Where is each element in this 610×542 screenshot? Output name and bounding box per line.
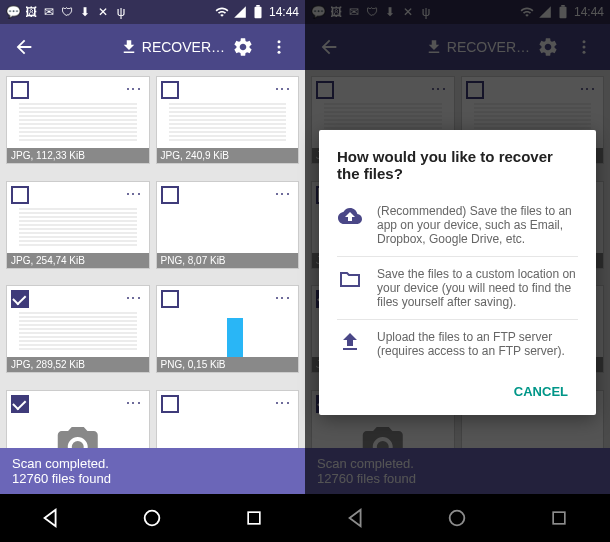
tile-checkbox[interactable] (161, 186, 179, 204)
image-tile[interactable]: ⋮JPG, 112,33 KiB (6, 76, 150, 164)
svg-rect-7 (248, 512, 260, 524)
tile-overflow[interactable]: ⋮ (273, 186, 292, 200)
gear-icon (232, 36, 254, 58)
settings-button[interactable] (225, 36, 261, 58)
tile-label: PNG, 0,15 KiB (157, 357, 299, 372)
tile-checkbox[interactable] (11, 395, 29, 413)
nav-home[interactable] (138, 504, 166, 532)
dialog-option-folder[interactable]: Save the files to a custom location on y… (337, 256, 578, 319)
screen-gallery: 💬 🖼 ✉ 🛡 ⬇ ✕ ψ 14:44 RECO (0, 0, 305, 542)
battery-icon (251, 5, 265, 19)
dialog-option-text: (Recommended) Save the files to an app o… (377, 204, 578, 246)
tile-overflow[interactable]: ⋮ (273, 81, 292, 95)
screen-dialog: 💬 🖼 ✉ 🛡 ⬇ ✕ ψ 14:44 RECO (305, 0, 610, 542)
status-time: 14:44 (269, 5, 299, 19)
scan-status-line2: 12760 files found (12, 471, 293, 486)
mail-icon: ✉ (42, 5, 56, 19)
cancel-button[interactable]: CANCEL (504, 376, 578, 407)
tile-overflow[interactable]: ⋮ (124, 81, 143, 95)
shield-icon: 🛡 (60, 5, 74, 19)
back-button[interactable] (8, 36, 40, 58)
tile-overflow[interactable]: ⋮ (124, 186, 143, 200)
dialog-option-ftp[interactable]: Upload the files to an FTP server (requi… (337, 319, 578, 368)
wifi-icon (215, 5, 229, 19)
svg-point-6 (145, 511, 160, 526)
svg-rect-1 (256, 5, 260, 7)
svg-point-2 (278, 40, 281, 43)
tile-checkbox[interactable] (11, 81, 29, 99)
svg-point-3 (278, 46, 281, 49)
tile-overflow[interactable]: ⋮ (124, 395, 143, 409)
nav-back[interactable] (37, 504, 65, 532)
nav-recent[interactable] (240, 504, 268, 532)
tile-label: JPG, 112,33 KiB (7, 148, 149, 163)
tile-label: JPG, 289,52 KiB (7, 357, 149, 372)
upload-icon (337, 330, 363, 354)
svg-point-4 (278, 51, 281, 54)
tile-checkbox[interactable] (161, 290, 179, 308)
tile-checkbox[interactable] (11, 186, 29, 204)
download-icon (120, 38, 138, 56)
image-tile[interactable]: ⋮JPG, 289,52 KiB (6, 285, 150, 373)
recover-dialog: How would you like to recover the files?… (319, 130, 596, 415)
missed-call-icon: ✕ (96, 5, 110, 19)
scan-status-footer: Scan completed. 12760 files found (0, 448, 305, 494)
tile-overflow[interactable]: ⋮ (273, 290, 292, 304)
download-icon-sb: ⬇ (78, 5, 92, 19)
image-tile[interactable]: ⋮PNG, 8,07 KiB (156, 181, 300, 269)
tile-label: PNG, 8,07 KiB (157, 253, 299, 268)
tile-overflow[interactable]: ⋮ (124, 290, 143, 304)
tile-label: JPG, 240,9 KiB (157, 148, 299, 163)
dialog-title: How would you like to recover the files? (337, 148, 578, 182)
recover-button[interactable]: RECOVER… (120, 38, 225, 56)
status-bar: 💬 🖼 ✉ 🛡 ⬇ ✕ ψ 14:44 (0, 0, 305, 24)
scan-status-line1: Scan completed. (12, 456, 293, 471)
svg-rect-0 (254, 7, 261, 18)
tile-overflow[interactable]: ⋮ (273, 395, 292, 409)
cloud-upload-icon (337, 204, 363, 228)
speech-icon: 💬 (6, 5, 20, 19)
tile-checkbox[interactable] (161, 81, 179, 99)
image-tile[interactable]: ⋮PNG, 0,15 KiB (156, 285, 300, 373)
tile-label: JPG, 254,74 KiB (7, 253, 149, 268)
overflow-button[interactable] (261, 38, 297, 56)
image-tile[interactable]: ⋮JPG, 240,9 KiB (156, 76, 300, 164)
usb-icon: ψ (114, 5, 128, 19)
dialog-option-text: Upload the files to an FTP server (requi… (377, 330, 578, 358)
folder-icon (337, 267, 363, 291)
image-icon: 🖼 (24, 5, 38, 19)
dialog-option-cloud[interactable]: (Recommended) Save the files to an app o… (337, 194, 578, 256)
tile-checkbox[interactable] (11, 290, 29, 308)
nav-bar (0, 494, 305, 542)
more-vert-icon (270, 38, 288, 56)
tile-checkbox[interactable] (161, 395, 179, 413)
image-grid[interactable]: ⋮JPG, 112,33 KiB⋮JPG, 240,9 KiB⋮JPG, 254… (0, 70, 305, 494)
recover-label: RECOVER… (142, 39, 225, 55)
dialog-option-text: Save the files to a custom location on y… (377, 267, 578, 309)
signal-icon (233, 5, 247, 19)
toolbar: RECOVER… (0, 24, 305, 70)
image-tile[interactable]: ⋮JPG, 254,74 KiB (6, 181, 150, 269)
